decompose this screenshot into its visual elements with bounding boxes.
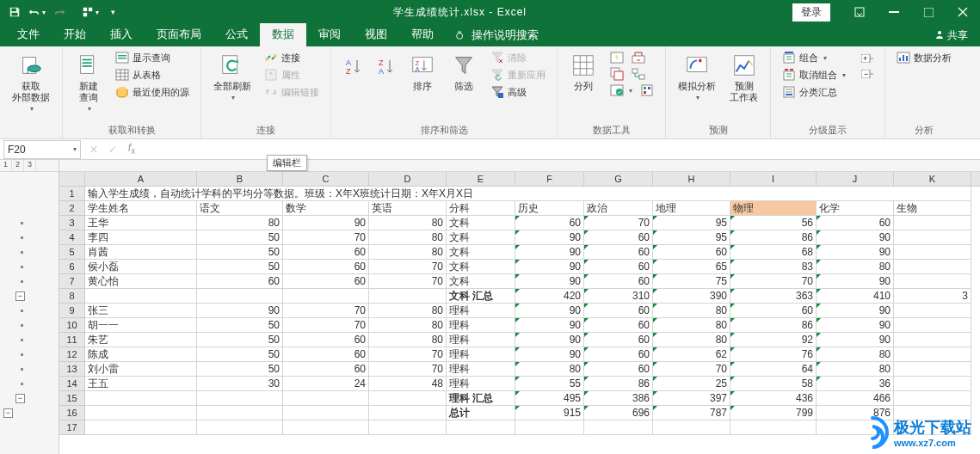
cell[interactable] [894, 362, 971, 377]
cell[interactable]: 363 [730, 289, 817, 304]
col-header-H[interactable]: H [653, 172, 730, 186]
cell[interactable] [85, 406, 197, 420]
cell[interactable]: 学生姓名 [85, 201, 197, 216]
col-header-A[interactable]: A [85, 172, 197, 186]
cell[interactable]: 60 [584, 260, 653, 274]
cell[interactable]: 95 [653, 230, 730, 245]
cell[interactable]: 80 [653, 318, 730, 333]
cell[interactable]: 60 [584, 362, 653, 377]
cell[interactable]: 70 [730, 274, 817, 289]
cell[interactable]: 60 [817, 216, 894, 230]
row-header[interactable]: 1 [59, 187, 85, 201]
row-header[interactable]: 2 [59, 201, 85, 216]
cell[interactable]: 黄心怡 [85, 274, 197, 289]
cell[interactable]: 60 [515, 216, 584, 230]
tab-数据[interactable]: 数据 [260, 23, 306, 46]
cell[interactable]: 60 [653, 245, 730, 260]
cell[interactable]: 80 [197, 216, 283, 230]
cell[interactable]: 876 [817, 406, 894, 420]
cell[interactable]: 58 [730, 377, 817, 391]
cell[interactable]: 50 [197, 245, 283, 260]
fx-icon[interactable]: fx [122, 142, 141, 156]
outline-collapse-button[interactable]: − [15, 291, 25, 301]
outline-collapse-button[interactable]: − [3, 408, 13, 418]
cell[interactable]: 90 [817, 333, 894, 347]
cell[interactable]: 80 [653, 333, 730, 347]
cell[interactable]: 文科 [447, 216, 515, 230]
row-header[interactable]: 11 [59, 333, 85, 347]
save-icon[interactable] [5, 3, 24, 21]
hide-detail-icon[interactable]: − [859, 69, 876, 79]
cell[interactable]: 理科 [447, 347, 515, 362]
cell[interactable]: 56 [730, 216, 817, 230]
ungroup-button[interactable]: 取消组合 ▾ [780, 67, 848, 83]
cell[interactable]: 理科 [447, 362, 515, 377]
cell[interactable] [894, 216, 971, 230]
cell[interactable]: 70 [369, 362, 447, 377]
cell[interactable]: 50 [197, 230, 283, 245]
select-all-corner[interactable] [59, 172, 85, 187]
cell[interactable]: 90 [515, 333, 584, 347]
reapply-button[interactable]: 重新应用 [488, 67, 548, 83]
cell[interactable]: 80 [369, 245, 447, 260]
cell[interactable]: 数学 [283, 201, 369, 216]
col-header-G[interactable]: G [584, 172, 653, 186]
whatif-button[interactable]: 模拟分析▾ [675, 50, 719, 104]
cell[interactable]: 地理 [653, 201, 730, 216]
cell[interactable] [197, 289, 283, 304]
cell[interactable]: 90 [817, 304, 894, 318]
properties-button[interactable]: 属性 [262, 67, 322, 83]
cell[interactable]: 420 [515, 289, 584, 304]
col-header-J[interactable]: J [817, 172, 894, 186]
cell[interactable] [894, 347, 971, 362]
cell[interactable] [369, 406, 447, 420]
cell[interactable]: 70 [369, 274, 447, 289]
cell[interactable]: 60 [283, 274, 369, 289]
cell[interactable] [894, 318, 971, 333]
group-button[interactable]: 组合 ▾ [780, 50, 848, 65]
cell[interactable] [369, 420, 447, 435]
cell[interactable]: 76 [730, 347, 817, 362]
text-to-columns-button[interactable]: 分列 [566, 50, 601, 94]
row-header[interactable]: 17 [59, 420, 85, 435]
cancel-icon[interactable]: ✕ [84, 144, 103, 156]
recent-sources-button[interactable]: 最近使用的源 [113, 84, 192, 100]
row-header[interactable]: 9 [59, 304, 85, 318]
cell[interactable]: 80 [369, 318, 447, 333]
cell[interactable] [894, 391, 971, 406]
cell[interactable]: 70 [283, 230, 369, 245]
cell[interactable]: 25 [653, 377, 730, 391]
cell[interactable]: 90 [515, 230, 584, 245]
edit-links-button[interactable]: 编辑链接 [262, 84, 322, 100]
cell[interactable]: 文科 [447, 230, 515, 245]
tab-插入[interactable]: 插入 [98, 23, 145, 46]
refresh-all-button[interactable]: 全部刷新▾ [210, 50, 255, 104]
cell[interactable]: 80 [653, 304, 730, 318]
cell[interactable]: 总计 [447, 406, 515, 420]
cell[interactable]: 68 [730, 245, 817, 260]
get-external-data-button[interactable]: 获取 外部数据▾ [9, 50, 53, 115]
row-header[interactable]: 14 [59, 377, 85, 391]
cell[interactable]: 60 [584, 304, 653, 318]
sort-button[interactable]: ZA 排序 [405, 50, 440, 94]
cell[interactable]: 50 [197, 318, 283, 333]
tab-帮助[interactable]: 帮助 [399, 23, 446, 46]
cell[interactable]: 生物 [894, 201, 971, 216]
flash-fill-icon[interactable] [607, 50, 626, 65]
cell[interactable]: 92 [730, 333, 817, 347]
cell[interactable]: 80 [369, 216, 447, 230]
cell[interactable]: 90 [515, 347, 584, 362]
cell[interactable]: 80 [369, 230, 447, 245]
cell[interactable]: 60 [283, 333, 369, 347]
cell[interactable]: 李四 [85, 230, 197, 245]
row-header[interactable]: 13 [59, 362, 85, 377]
ribbon-options-icon[interactable] [842, 0, 877, 24]
new-query-button[interactable]: 新建 查询▾ [71, 50, 106, 115]
cell[interactable]: 50 [197, 347, 283, 362]
enter-icon[interactable]: ✓ [103, 144, 122, 156]
cell[interactable]: 60 [197, 274, 283, 289]
subtotal-button[interactable]: 分类汇总 [780, 84, 848, 100]
cell[interactable]: 86 [584, 377, 653, 391]
cell[interactable] [197, 391, 283, 406]
name-box[interactable]: F20▾ [3, 140, 81, 159]
